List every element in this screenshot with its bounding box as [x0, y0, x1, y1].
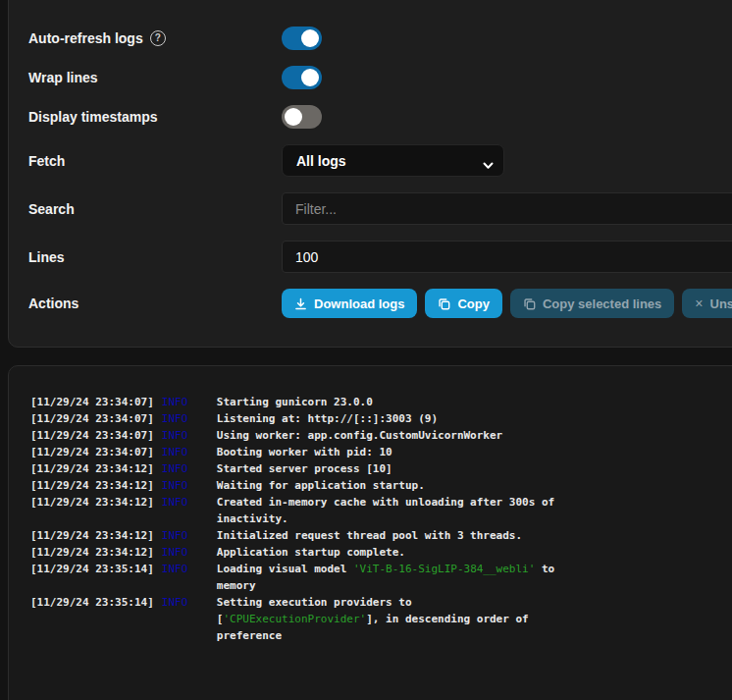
button-label: Unselect	[710, 296, 732, 311]
log-timestamp: [11/29/24 23:34:07]	[30, 410, 154, 427]
log-line[interactable]: [11/29/24 23:34:12]INFOCreated in-memory…	[30, 494, 732, 527]
log-viewer-page: Auto-refresh logs ? Wrap lines Display t…	[0, 0, 732, 700]
log-line[interactable]: [11/29/24 23:34:07]INFOBooting worker wi…	[30, 444, 732, 460]
log-level: INFO	[162, 427, 217, 444]
log-level: INFO	[162, 394, 217, 410]
lines-label: Lines	[28, 249, 282, 265]
log-message: Booting worker with pid: 10	[217, 444, 392, 460]
log-timestamp: [11/29/24 23:34:12]	[30, 527, 154, 544]
log-text: Initialized request thread pool with 3 t…	[217, 529, 522, 542]
log-text: Waiting for application startup.	[217, 479, 425, 492]
button-label: Download logs	[314, 296, 404, 311]
help-icon[interactable]: ?	[150, 30, 166, 46]
log-settings-panel: Auto-refresh logs ? Wrap lines Display t…	[8, 0, 732, 348]
log-message: Application startup complete.	[217, 544, 405, 561]
log-message: Loading visual model 'ViT-B-16-SigLIP-38…	[217, 561, 555, 594]
log-message: Created in-memory cache with unloading a…	[217, 494, 555, 527]
lines-row: Lines	[28, 233, 732, 281]
log-level: INFO	[162, 444, 217, 460]
copy-button[interactable]: Copy	[425, 289, 502, 318]
log-message: Listening at: http://[::]:3003 (9)	[217, 410, 438, 427]
log-line[interactable]: [11/29/24 23:34:12]INFOApplication start…	[30, 544, 732, 561]
copy-selected-lines-button[interactable]: Copy selected lines	[510, 289, 674, 318]
log-text: Listening at: http://[::]:3003 (9)	[217, 412, 438, 425]
log-message: Starting gunicorn 23.0.0	[217, 394, 373, 410]
actions-row: Actions Download logsCopyCopy selected l…	[28, 281, 732, 326]
search-row: Search	[28, 185, 732, 233]
search-input[interactable]	[282, 192, 732, 225]
log-message: Waiting for application startup.	[217, 477, 425, 494]
log-timestamp: [11/29/24 23:34:12]	[30, 460, 154, 477]
log-string-literal: 'ViT-B-16-SigLIP-384__webli'	[353, 563, 535, 575]
log-line[interactable]: [11/29/24 23:35:14]INFOSetting execution…	[30, 594, 732, 644]
log-text: Created in-memory cache with unloading a…	[217, 496, 554, 525]
log-timestamp: [11/29/24 23:34:12]	[30, 544, 154, 561]
log-text: Loading visual model	[217, 563, 353, 575]
log-output-panel[interactable]: [11/29/24 23:34:07]INFOStarting gunicorn…	[8, 365, 732, 700]
log-level: INFO	[162, 460, 217, 477]
log-line[interactable]: [11/29/24 23:34:12]INFOInitialized reque…	[30, 527, 732, 544]
actions-label: Actions	[28, 296, 282, 311]
display-timestamps-label: Display timestamps	[28, 109, 282, 125]
log-line[interactable]: [11/29/24 23:34:07]INFOUsing worker: app…	[30, 427, 732, 444]
log-text: Application startup complete.	[217, 546, 405, 559]
log-message: Setting execution providers to ['CPUExec…	[217, 594, 555, 644]
auto-refresh-label-text: Auto-refresh logs	[28, 30, 143, 46]
unselect-button[interactable]: ×Unselect	[682, 289, 732, 318]
log-text: Started server process [10]	[217, 462, 392, 475]
copy-icon	[438, 297, 450, 310]
log-line[interactable]: [11/29/24 23:35:14]INFOLoading visual mo…	[30, 561, 732, 594]
log-text: Booting worker with pid: 10	[217, 446, 392, 458]
log-line[interactable]: [11/29/24 23:34:12]INFOStarted server pr…	[30, 460, 732, 477]
auto-refresh-row: Auto-refresh logs ?	[28, 19, 732, 58]
log-level: INFO	[162, 410, 217, 427]
display-timestamps-toggle[interactable]	[282, 105, 322, 129]
log-timestamp: [11/29/24 23:35:14]	[30, 594, 154, 611]
log-level: INFO	[162, 477, 217, 494]
download-icon	[294, 297, 307, 310]
log-timestamp: [11/29/24 23:34:12]	[30, 494, 154, 511]
button-label: Copy	[457, 296, 490, 311]
log-timestamp: [11/29/24 23:34:07]	[30, 444, 154, 460]
wrap-lines-row: Wrap lines	[28, 58, 732, 97]
log-message: Initialized request thread pool with 3 t…	[217, 527, 522, 544]
action-buttons: Download logsCopyCopy selected lines×Uns…	[282, 289, 732, 318]
log-level: INFO	[162, 561, 217, 577]
log-level: INFO	[162, 527, 217, 544]
button-label: Copy selected lines	[543, 296, 661, 311]
search-label: Search	[28, 201, 282, 217]
fetch-select[interactable]: All logs	[282, 144, 504, 177]
download-logs-button[interactable]: Download logs	[282, 289, 417, 318]
log-message: Started server process [10]	[217, 460, 392, 477]
toggle-knob	[301, 29, 319, 47]
log-line[interactable]: [11/29/24 23:34:07]INFOListening at: htt…	[30, 410, 732, 427]
auto-refresh-toggle[interactable]	[282, 27, 322, 50]
log-timestamp: [11/29/24 23:34:07]	[30, 394, 154, 410]
copy-icon	[523, 297, 536, 310]
display-timestamps-row: Display timestamps	[28, 97, 732, 136]
wrap-lines-toggle[interactable]	[282, 66, 322, 89]
log-level: INFO	[162, 594, 217, 611]
toggle-knob	[285, 108, 302, 126]
log-text: Using worker: app.config.CustomUvicornWo…	[217, 429, 502, 442]
log-timestamp: [11/29/24 23:35:14]	[30, 561, 154, 577]
lines-input[interactable]	[282, 241, 732, 273]
close-icon: ×	[695, 296, 703, 310]
auto-refresh-label: Auto-refresh logs ?	[28, 30, 282, 46]
log-string-literal: 'CPUExecutionProvider'	[223, 613, 366, 625]
fetch-row: Fetch All logs	[28, 136, 732, 185]
log-level: INFO	[162, 544, 217, 561]
log-text: Starting gunicorn 23.0.0	[217, 396, 373, 408]
fetch-label: Fetch	[28, 153, 282, 169]
log-level: INFO	[162, 494, 217, 511]
log-timestamp: [11/29/24 23:34:07]	[30, 427, 154, 444]
log-timestamp: [11/29/24 23:34:12]	[30, 477, 154, 494]
log-line[interactable]: [11/29/24 23:34:12]INFOWaiting for appli…	[30, 477, 732, 494]
log-message: Using worker: app.config.CustomUvicornWo…	[217, 427, 502, 444]
log-lines: [11/29/24 23:34:07]INFOStarting gunicorn…	[30, 394, 732, 644]
log-line[interactable]: [11/29/24 23:34:07]INFOStarting gunicorn…	[30, 394, 732, 410]
toggle-knob	[301, 69, 319, 86]
wrap-lines-label: Wrap lines	[28, 70, 282, 85]
